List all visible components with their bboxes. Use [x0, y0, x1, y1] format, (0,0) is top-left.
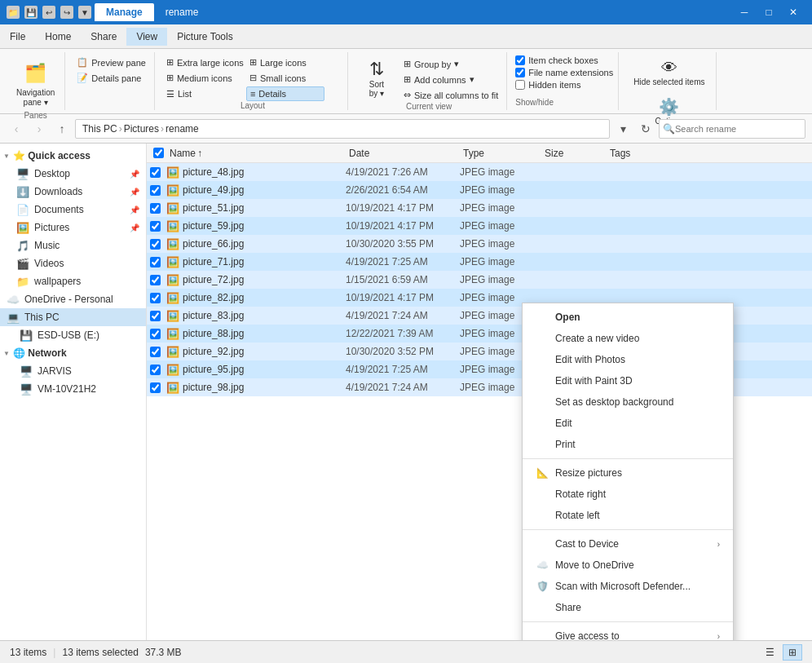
search-box[interactable]: 🔍 [659, 119, 805, 139]
sidebar-item-vm[interactable]: 🖥️ VM-10V21H2 [0, 380, 146, 398]
file-checkbox-10[interactable] [150, 347, 166, 357]
details-view-toggle[interactable]: ☰ [760, 644, 779, 661]
minimize-button[interactable]: ─ [732, 4, 757, 20]
file-check-input-4[interactable] [150, 239, 161, 250]
search-input[interactable] [675, 124, 801, 134]
forward-button[interactable]: › [29, 119, 49, 139]
network-section[interactable]: ▼ 🌐 Network [0, 344, 146, 362]
size-columns-button[interactable]: ⇔ Size all columns to fit [400, 88, 501, 102]
dropdown-icon[interactable]: ▼ [78, 6, 91, 19]
sidebar-item-esb-usb[interactable]: 💾 ESD-USB (E:) [0, 326, 146, 344]
quick-access-section[interactable]: ▼ ⭐ Quick access [0, 147, 146, 165]
file-check-input-3[interactable] [150, 221, 161, 232]
menu-share[interactable]: Share [81, 28, 126, 46]
sidebar-item-documents[interactable]: 📄 Documents 📌 [0, 201, 146, 219]
ctx-item-print[interactable]: Print [523, 434, 733, 455]
file-check-input-5[interactable] [150, 257, 161, 267]
ctx-item-set-as-desktop-background[interactable]: Set as desktop background [523, 391, 733, 413]
file-check-input-6[interactable] [150, 275, 161, 285]
dropdown-path-button[interactable]: ▾ [613, 119, 633, 139]
ctx-item-move-to-onedrive[interactable]: ☁️ Move to OneDrive [523, 555, 733, 576]
quick-access-icon[interactable]: 💾 [24, 6, 38, 19]
col-check-header[interactable] [150, 146, 166, 160]
col-date-header[interactable]: Date [346, 146, 460, 161]
window-controls[interactable]: ─ □ ✕ [732, 4, 805, 20]
file-checkbox-3[interactable] [150, 221, 166, 232]
file-check-input-12[interactable] [150, 382, 161, 393]
hidden-items-input[interactable] [515, 80, 525, 90]
ctx-item-edit-with-paint-3d[interactable]: Edit with Paint 3D [523, 370, 733, 391]
ctx-item-rotate-right[interactable]: Rotate right [523, 484, 733, 505]
small-icons-button[interactable]: ⊟ Small icons [246, 71, 324, 85]
details-button[interactable]: ≡ Details [246, 86, 324, 101]
file-checkbox-8[interactable] [150, 311, 166, 321]
refresh-button[interactable]: ↻ [636, 119, 655, 139]
file-checkbox-4[interactable] [150, 239, 166, 250]
group-by-button[interactable]: ⊞ Group by ▾ [400, 57, 501, 71]
file-checkbox-11[interactable] [150, 365, 166, 375]
ctx-item-create-a-new-video[interactable]: Create a new video [523, 328, 733, 349]
file-checkbox-1[interactable] [150, 185, 166, 196]
sidebar-item-jarvis[interactable]: 🖥️ JARVIS [0, 362, 146, 380]
col-name-header[interactable]: Name ↑ [166, 146, 346, 161]
file-checkbox-2[interactable] [150, 203, 166, 214]
maximize-button[interactable]: □ [757, 4, 781, 20]
file-checkbox-12[interactable] [150, 382, 166, 393]
table-row[interactable]: 🖼️ picture_48.jpg 4/19/2021 7:26 AM JPEG… [147, 163, 812, 181]
manage-tab[interactable]: Manage [95, 3, 154, 21]
file-check-input-2[interactable] [150, 203, 161, 214]
preview-pane-button[interactable]: 📋 Preview pane [73, 55, 149, 69]
address-path[interactable]: This PC › Pictures › rename [75, 119, 610, 139]
menu-file[interactable]: File [0, 28, 35, 46]
large-icons-button[interactable]: ⊞ Large icons [246, 55, 324, 69]
sidebar-item-wallpapers[interactable]: 📁 wallpapers [0, 272, 146, 290]
file-check-input-8[interactable] [150, 311, 161, 321]
sidebar-item-downloads[interactable]: ⬇️ Downloads 📌 [0, 183, 146, 201]
up-button[interactable]: ↑ [52, 119, 72, 139]
item-checkboxes-toggle[interactable]: Item check boxes [515, 55, 613, 65]
menu-view[interactable]: View [126, 28, 167, 46]
sidebar-item-desktop[interactable]: 🖥️ Desktop 📌 [0, 165, 146, 183]
sort-by-button[interactable]: ⇅ Sortby ▾ [356, 55, 397, 102]
undo-icon[interactable]: ↩ [42, 6, 55, 19]
file-check-input-9[interactable] [150, 329, 161, 339]
back-button[interactable]: ‹ [7, 119, 26, 139]
col-type-header[interactable]: Type [460, 146, 541, 161]
col-tags-header[interactable]: Tags [607, 146, 672, 161]
file-checkbox-9[interactable] [150, 329, 166, 339]
file-checkbox-5[interactable] [150, 257, 166, 267]
table-row[interactable]: 🖼️ picture_66.jpg 10/30/2020 3:55 PM JPE… [147, 235, 812, 253]
file-check-input-7[interactable] [150, 293, 161, 303]
file-check-input-11[interactable] [150, 365, 161, 375]
table-row[interactable]: 🖼️ picture_71.jpg 4/19/2021 7:25 AM JPEG… [147, 253, 812, 271]
sidebar-item-music[interactable]: 🎵 Music [0, 236, 146, 254]
select-all-checkbox[interactable] [153, 148, 164, 158]
redo-icon[interactable]: ↪ [60, 6, 73, 19]
item-checkboxes-input[interactable] [515, 55, 525, 65]
table-row[interactable]: 🖼️ picture_49.jpg 2/26/2021 6:54 AM JPEG… [147, 181, 812, 199]
ctx-item-cast-to-device[interactable]: Cast to Device › [523, 533, 733, 555]
add-columns-button[interactable]: ⊞ Add columns ▾ [400, 73, 501, 86]
sidebar-item-onedrive[interactable]: ☁️ OneDrive - Personal [0, 290, 146, 308]
extra-large-icons-button[interactable]: ⊞ Extra large icons [163, 55, 245, 69]
list-button[interactable]: ☰ List [163, 86, 245, 101]
large-view-toggle[interactable]: ⊞ [783, 644, 802, 661]
menu-home[interactable]: Home [35, 28, 81, 46]
file-check-input-1[interactable] [150, 185, 161, 196]
file-name-extensions-input[interactable] [515, 68, 525, 77]
ctx-item-share[interactable]: Share [523, 597, 733, 618]
ctx-item-resize-pictures[interactable]: 📐 Resize pictures [523, 462, 733, 484]
file-checkbox-7[interactable] [150, 293, 166, 303]
file-checkbox-6[interactable] [150, 275, 166, 285]
file-check-input-10[interactable] [150, 347, 161, 357]
col-size-header[interactable]: Size [541, 146, 607, 161]
table-row[interactable]: 🖼️ picture_59.jpg 10/19/2021 4:17 PM JPE… [147, 217, 812, 235]
nav-pane-button[interactable]: 🗂️ Navigationpane ▾ [11, 55, 60, 111]
sidebar-item-pictures[interactable]: 🖼️ Pictures 📌 [0, 219, 146, 236]
ctx-item-rotate-left[interactable]: Rotate left [523, 505, 733, 526]
table-row[interactable]: 🖼️ picture_72.jpg 1/15/2021 6:59 AM JPEG… [147, 271, 812, 289]
details-pane-button[interactable]: 📝 Details pane [73, 71, 149, 85]
ctx-item-edit[interactable]: Edit [523, 413, 733, 434]
close-button[interactable]: ✕ [781, 4, 805, 20]
ctx-item-edit-with-photos[interactable]: Edit with Photos [523, 349, 733, 370]
